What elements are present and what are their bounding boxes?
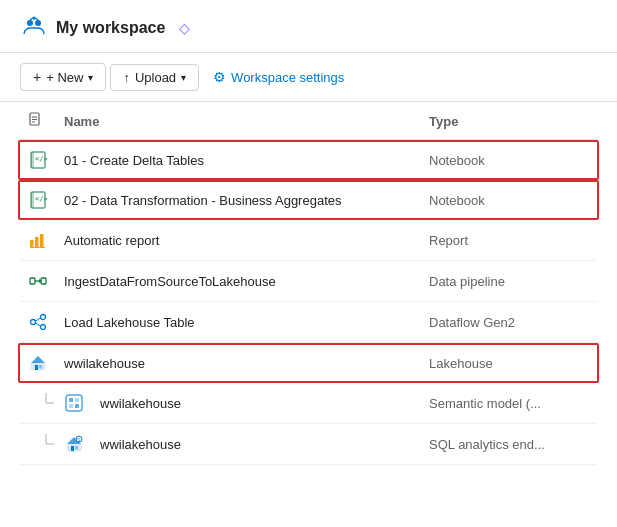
new-button[interactable]: + + New ▾ (20, 63, 106, 91)
upload-button-label: Upload (135, 70, 176, 85)
row-type: Report (429, 233, 589, 248)
workspace-icon (20, 14, 48, 42)
svg-point-0 (27, 20, 33, 26)
row-icon: </> (28, 190, 64, 210)
svg-rect-43 (71, 446, 74, 451)
row-name: wwilakehouse (100, 396, 429, 411)
pipeline-icon (28, 271, 48, 291)
toolbar: + + New ▾ ↑ Upload ▾ ⚙ Workspace setting… (0, 53, 617, 102)
workspace-settings-button[interactable]: ⚙ Workspace settings (203, 64, 354, 90)
icon-column-header (28, 112, 64, 131)
svg-rect-36 (75, 398, 79, 402)
name-column-header: Name (64, 114, 429, 129)
file-icon (28, 112, 44, 128)
settings-icon: ⚙ (213, 69, 226, 85)
table-row[interactable]: S wwilakehouse SQL analytics end... (20, 424, 597, 465)
row-name: 02 - Data Transformation - Business Aggr… (64, 193, 429, 208)
svg-point-25 (41, 325, 46, 330)
report-icon (28, 230, 48, 250)
row-icon (28, 353, 64, 373)
row-name: wwilakehouse (100, 437, 429, 452)
svg-rect-31 (39, 365, 42, 369)
row-name: Automatic report (64, 233, 429, 248)
table-row[interactable]: Load Lakehouse Table Dataflow Gen2 (20, 302, 597, 343)
row-icon: </> (28, 150, 64, 170)
row-icon (28, 230, 64, 250)
row-type: Dataflow Gen2 (429, 315, 589, 330)
svg-text:</>: </> (35, 155, 48, 163)
dataflow-icon (28, 312, 48, 332)
table-header: Name Type (20, 102, 597, 140)
row-type: Data pipeline (429, 274, 589, 289)
table-row[interactable]: wwilakehouse Lakehouse (18, 343, 599, 383)
notebook-icon: </> (28, 190, 48, 210)
row-type: Notebook (429, 153, 589, 168)
svg-rect-13 (31, 192, 34, 208)
row-name: IngestDataFromSourceToLakehouse (64, 274, 429, 289)
svg-rect-37 (69, 404, 73, 408)
workspace-settings-label: Workspace settings (231, 70, 344, 85)
row-icon (28, 271, 64, 291)
row-type: Notebook (429, 193, 589, 208)
row-name: Load Lakehouse Table (64, 315, 429, 330)
table-area: Name Type </> 01 - Create Delta Tables N… (0, 102, 617, 465)
svg-line-26 (36, 318, 41, 321)
svg-rect-35 (69, 398, 73, 402)
expand-icon (28, 434, 64, 454)
row-type: Semantic model (... (429, 396, 589, 411)
row-icon: S (64, 434, 100, 454)
header: My workspace ◇ (0, 0, 617, 53)
sql-endpoint-icon: S (64, 434, 84, 454)
svg-point-24 (41, 315, 46, 320)
type-column-header: Type (429, 114, 589, 129)
tree-line-last (36, 434, 56, 454)
svg-text:</>: </> (35, 195, 48, 203)
row-icon (28, 312, 64, 332)
svg-rect-17 (40, 234, 44, 247)
expand-icon (28, 393, 64, 413)
premium-icon: ◇ (179, 20, 190, 36)
workspace-title: My workspace (56, 19, 165, 37)
svg-point-1 (35, 20, 41, 26)
plus-icon: + (33, 69, 41, 85)
svg-rect-44 (75, 446, 78, 450)
svg-rect-30 (35, 365, 38, 370)
table-row[interactable]: </> 02 - Data Transformation - Business … (18, 180, 599, 220)
row-name: wwilakehouse (64, 356, 429, 371)
new-chevron-icon: ▾ (88, 72, 93, 83)
table-row[interactable]: wwilakehouse Semantic model (... (20, 383, 597, 424)
table-row[interactable]: IngestDataFromSourceToLakehouse Data pip… (20, 261, 597, 302)
upload-chevron-icon: ▾ (181, 72, 186, 83)
svg-rect-15 (30, 240, 34, 247)
svg-point-23 (31, 320, 36, 325)
svg-line-27 (36, 323, 41, 326)
semantic-model-icon (64, 393, 84, 413)
svg-rect-16 (35, 237, 39, 247)
row-name: 01 - Create Delta Tables (64, 153, 429, 168)
svg-rect-38 (75, 404, 79, 408)
svg-rect-19 (30, 278, 35, 284)
table-row[interactable]: </> 01 - Create Delta Tables Notebook (18, 140, 599, 180)
svg-rect-34 (66, 395, 82, 411)
new-button-label: + New (46, 70, 83, 85)
svg-rect-10 (31, 152, 34, 168)
svg-marker-29 (31, 356, 45, 363)
row-type: SQL analytics end... (429, 437, 589, 452)
notebook-icon: </> (28, 150, 48, 170)
upload-icon: ↑ (123, 70, 130, 85)
row-type: Lakehouse (429, 356, 589, 371)
lakehouse-icon (28, 353, 48, 373)
upload-button[interactable]: ↑ Upload ▾ (110, 64, 199, 91)
table-row[interactable]: Automatic report Report (20, 220, 597, 261)
tree-line (36, 393, 56, 413)
row-icon (64, 393, 100, 413)
